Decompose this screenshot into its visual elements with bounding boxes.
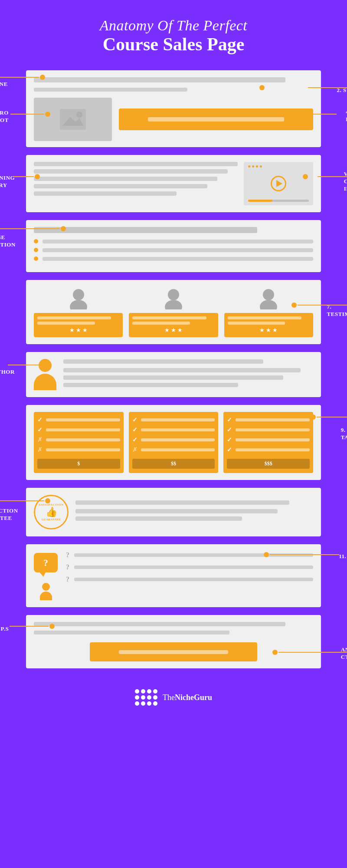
pricing-bar-2c: [141, 438, 215, 441]
line-guarantee: [0, 500, 44, 501]
story-video-area: [244, 162, 313, 205]
guarantee-bar-2: [75, 509, 278, 513]
star-2-3: ★: [177, 327, 183, 334]
stars-2: ★ ★ ★: [132, 327, 214, 334]
testimonials-mockup-card: ★ ★ ★ ★ ★ ★: [26, 280, 321, 344]
avatar-icon-3: [257, 287, 280, 309]
test-bar-1a: [37, 316, 111, 319]
desc-bullet-1: [34, 239, 38, 243]
test-bar-3a: [228, 316, 301, 319]
line-video: [318, 176, 347, 177]
pricing-col-3: ✓ ✓ ✓ ✓ $$$: [223, 412, 313, 473]
page-wrapper: Anatomy Of The Perfect Course Sales Page…: [0, 0, 347, 727]
avatar-icon-1: [67, 287, 90, 309]
ps-bar-2: [34, 631, 229, 635]
svg-point-3: [73, 289, 84, 300]
svg-point-5: [168, 289, 179, 300]
pricing-row-3c: ✓: [227, 436, 310, 444]
video-progress-bar-container: [248, 200, 309, 202]
pricing-bar-3c: [236, 438, 310, 441]
stars-3: ★ ★ ★: [228, 327, 310, 334]
play-triangle-icon: [276, 180, 282, 187]
test-bar-2b: [132, 322, 190, 325]
story-bar-5: [34, 191, 177, 196]
pricing-row-1b: ✓: [37, 426, 120, 434]
testimonial-box-3: ★ ★ ★: [224, 313, 313, 337]
star-1-3: ★: [82, 327, 88, 334]
pricing-price-1: $: [37, 459, 120, 469]
section-author: 8. AUTHOR BIO: [26, 352, 321, 397]
section-ps: 12. P.S ANOTHER CTA: [26, 615, 321, 668]
star-2-2: ★: [171, 327, 176, 334]
story-bar-3: [34, 177, 217, 181]
footer-dot-1: [135, 689, 139, 694]
pricing-row-1c: ✗: [37, 436, 120, 444]
check-icon-2a: ✓: [132, 416, 138, 424]
dot-pricing: [311, 414, 316, 420]
desc-bullet-3: [34, 256, 38, 261]
pricing-bar-3a: [236, 418, 310, 421]
dot-headline: [40, 75, 45, 80]
section-testimonials: 7. TESTIMONIALS ★ ★ ★: [26, 280, 321, 344]
story-bar-4: [34, 184, 207, 188]
pricing-bar-1d: [46, 448, 120, 451]
footer-dot-3: [147, 689, 151, 694]
line-author: [8, 365, 39, 365]
badge-bottom-text: GUARANTEE: [42, 518, 61, 521]
video-dot-2: [252, 165, 254, 168]
star-3-1: ★: [259, 327, 265, 334]
line-subtitle-right: [308, 87, 347, 88]
cross-icon-1d: ✗: [37, 446, 43, 454]
dot-desc: [61, 226, 66, 231]
faq-item-2: ?: [65, 563, 313, 571]
label-testimonials: 7. TESTIMONIALS: [327, 303, 347, 318]
label-video: VIDEO COURSE INTRO: [344, 171, 347, 193]
testimonial-box-1: ★ ★ ★: [34, 313, 123, 337]
section-faq: 11. FAQ ? ? ?: [26, 544, 321, 607]
author-bar-2: [63, 368, 301, 372]
faq-q-1: ?: [65, 551, 71, 559]
guarantee-bar-3: [75, 516, 242, 521]
faq-person-icon: [40, 583, 52, 600]
check-icon-3b: ✓: [227, 426, 233, 434]
faq-icon-area: ?: [34, 551, 58, 600]
line-another-cta: [278, 652, 347, 653]
video-dot-1: [248, 165, 250, 168]
hero-mockup-card: [26, 70, 321, 147]
faq-q-3: ?: [65, 575, 71, 583]
play-button[interactable]: [271, 176, 286, 191]
star-1-1: ★: [69, 327, 75, 334]
label-story: 5. OPENING STORY: [0, 167, 15, 189]
pricing-row-3d: ✓: [227, 446, 310, 454]
video-progress-fill: [248, 200, 272, 202]
line-ps: [10, 626, 49, 627]
pricing-row-2b: ✓: [132, 426, 215, 434]
svg-point-8: [260, 300, 277, 309]
footer-dot-4: [153, 689, 157, 694]
test-bar-1b: [37, 322, 95, 325]
line-hero: [10, 114, 44, 115]
desc-title-bar: [34, 227, 257, 233]
svg-point-2: [76, 112, 82, 118]
ps-cta-button[interactable]: [90, 642, 257, 661]
hero-cta-block: [119, 108, 313, 130]
pricing-row-3b: ✓: [227, 426, 310, 434]
check-icon-1a: ✓: [37, 416, 43, 424]
faq-list: ? ? ?: [65, 551, 313, 588]
pricing-row-2d: ✗: [132, 446, 215, 454]
video-dot-3: [256, 165, 258, 168]
testimonial-2: ★ ★ ★: [129, 287, 218, 337]
pricing-col-1: ✓ ✓ ✗ ✗ $: [34, 412, 124, 473]
ps-bar-1: [34, 622, 285, 626]
story-mockup-card: [26, 155, 321, 212]
main-title: Anatomy Of The Perfect Course Sales Page: [0, 13, 347, 63]
author-bar-4: [63, 383, 238, 387]
testimonial-box-2: ★ ★ ★: [129, 313, 218, 337]
label-hero-shot: 3. HERO SHOT: [0, 109, 9, 124]
stars-1: ★ ★ ★: [37, 327, 119, 334]
pricing-row-2c: ✓: [132, 436, 215, 444]
faq-bar-2: [74, 566, 313, 569]
testimonial-3: ★ ★ ★: [224, 287, 313, 337]
desc-item-3: [34, 256, 313, 261]
test-bar-3b: [228, 322, 285, 325]
